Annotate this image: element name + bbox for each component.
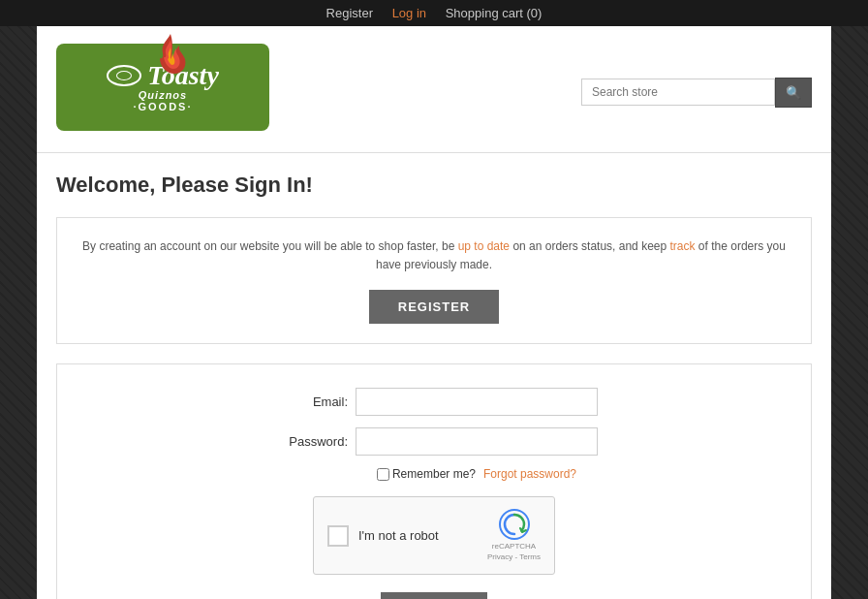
- login-button[interactable]: LOG IN: [381, 592, 488, 599]
- header: Toasty Quiznos ·GOODS· 🔍: [37, 26, 831, 153]
- cart-label: Shopping cart: [446, 6, 523, 20]
- top-nav: Register Log in Shopping cart (0): [0, 0, 868, 26]
- logo-box: Toasty Quiznos ·GOODS·: [56, 44, 269, 131]
- password-label: Password:: [270, 434, 348, 449]
- cart-count: (0): [527, 6, 542, 20]
- email-row: Email:: [77, 388, 791, 416]
- register-button[interactable]: REGISTER: [369, 290, 499, 324]
- recaptcha-brand: reCAPTCHA Privacy - Terms: [487, 542, 541, 562]
- recaptcha-logo-icon: [499, 509, 530, 540]
- logo-goods-text: ·GOODS·: [133, 101, 192, 112]
- recaptcha-brand-text: reCAPTCHA: [487, 542, 541, 552]
- logo-container: Toasty Quiznos ·GOODS·: [56, 44, 269, 141]
- page-title: Welcome, Please Sign In!: [56, 173, 812, 198]
- captcha-box: I'm not a robot reCAPTCHA Privacy - Te: [313, 496, 555, 575]
- keep-track-link[interactable]: track: [670, 239, 696, 253]
- main-container: Toasty Quiznos ·GOODS· 🔍 Welcome, Please…: [37, 26, 831, 599]
- forgot-password-link[interactable]: Forgot password?: [483, 467, 576, 481]
- remember-checkbox[interactable]: [377, 468, 389, 481]
- search-container: 🔍: [581, 78, 812, 108]
- captcha-left: I'm not a robot: [327, 525, 439, 547]
- password-row: Password:: [77, 427, 791, 456]
- captcha-right: reCAPTCHA Privacy - Terms: [487, 509, 541, 562]
- up-to-date-link[interactable]: up to date: [458, 239, 510, 253]
- captcha-container: I'm not a robot reCAPTCHA Privacy - Te: [77, 496, 791, 575]
- logo-quiznos-text: Quiznos: [139, 89, 187, 101]
- login-box: Email: Password: Remember me? Forgot pas…: [56, 363, 812, 599]
- email-label: Email:: [270, 394, 348, 409]
- cart-nav-link[interactable]: Shopping cart (0): [446, 6, 542, 20]
- password-input[interactable]: [356, 427, 598, 456]
- quiznos-oval-inner: [116, 71, 132, 80]
- flame-icon: [153, 32, 188, 79]
- form-options: Remember me? Forgot password?: [162, 467, 791, 481]
- remember-text: Remember me?: [392, 467, 476, 481]
- captcha-label: I'm not a robot: [358, 528, 439, 543]
- register-info-text: By creating an account on our website yo…: [77, 237, 791, 274]
- quiznos-oval: [107, 65, 141, 86]
- login-nav-link[interactable]: Log in: [392, 6, 426, 20]
- captcha-checkbox[interactable]: [327, 525, 349, 547]
- register-info-box: By creating an account on our website yo…: [56, 217, 812, 344]
- search-input[interactable]: [581, 79, 775, 106]
- register-nav-link[interactable]: Register: [326, 6, 373, 20]
- content: Welcome, Please Sign In! By creating an …: [37, 153, 831, 599]
- email-input[interactable]: [356, 388, 598, 416]
- recaptcha-sub-text: Privacy - Terms: [487, 552, 541, 562]
- search-button[interactable]: 🔍: [775, 78, 812, 108]
- remember-label[interactable]: Remember me?: [377, 467, 476, 481]
